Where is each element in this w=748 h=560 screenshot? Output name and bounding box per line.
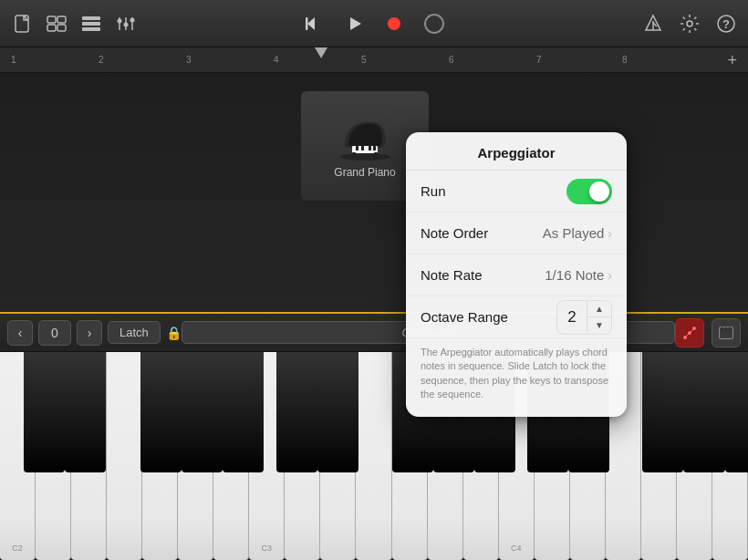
ruler-tick-8: 8 (622, 55, 628, 65)
arp-run-row: Run (406, 171, 627, 213)
svg-rect-2 (57, 16, 66, 23)
ruler-tick-7: 7 (536, 55, 542, 65)
arpeggiator-button[interactable] (675, 318, 704, 347)
svg-rect-33 (722, 327, 723, 333)
arp-note-order-value[interactable]: As Played › (543, 225, 612, 241)
arp-octave-range-row: Octave Range 2 ▲ ▼ (406, 296, 627, 338)
svg-rect-23 (356, 146, 358, 150)
black-key-as4[interactable] (725, 352, 748, 472)
svg-point-11 (118, 18, 122, 23)
add-track-button[interactable]: + (727, 50, 737, 69)
arp-run-toggle[interactable] (566, 179, 612, 204)
key-label-c3: C3 (262, 544, 273, 553)
toolbar-right: ? (642, 13, 737, 35)
svg-rect-34 (725, 327, 727, 333)
piano-card-label: Grand Piano (334, 166, 395, 179)
stepper-increment-button[interactable]: ▲ (587, 301, 611, 317)
svg-point-12 (124, 22, 129, 26)
chevron-right-icon: › (608, 226, 612, 241)
count-in-icon (424, 14, 444, 34)
octave-up-button[interactable]: › (77, 320, 102, 346)
svg-rect-7 (82, 27, 100, 31)
arp-note-order-label: Note Order (421, 225, 488, 241)
svg-rect-6 (82, 22, 100, 26)
track-area: Grand Piano (0, 73, 748, 312)
black-key-cs2[interactable] (24, 352, 65, 472)
black-key-cs3[interactable] (276, 352, 317, 472)
ruler-tick-3: 3 (186, 55, 192, 65)
svg-point-18 (687, 21, 692, 26)
stepper-decrement-button[interactable]: ▼ (587, 317, 611, 334)
chevron-right-icon-2: › (608, 268, 612, 283)
multi-view-icon[interactable] (46, 13, 68, 35)
play-button[interactable] (343, 13, 365, 35)
arpeggiator-title: Arpeggiator (406, 132, 627, 171)
svg-rect-3 (47, 25, 56, 31)
ruler-tick-1: 1 (11, 55, 16, 65)
octave-range-stepper[interactable]: 2 ▲ ▼ (556, 300, 612, 335)
latch-button[interactable]: Latch (108, 321, 161, 344)
arp-note-rate-label: Note Rate (421, 267, 483, 283)
svg-point-21 (339, 153, 390, 161)
toolbar-left (11, 13, 137, 35)
svg-rect-14 (306, 17, 308, 30)
white-key-f2[interactable] (107, 352, 142, 560)
arp-note-order-row[interactable]: Note Order As Played › (406, 213, 627, 254)
record-button[interactable] (383, 13, 405, 35)
arp-note-rate-row[interactable]: Note Rate 1/16 Note › (406, 254, 627, 296)
arp-note-order-text: As Played (543, 225, 605, 241)
ruler-inner: 1 2 3 4 5 6 7 8 + (7, 47, 741, 72)
svg-rect-4 (57, 25, 66, 31)
stepper-buttons: ▲ ▼ (587, 301, 611, 334)
piano-keyboard[interactable]: C2 C3 C4 (0, 352, 748, 560)
stepper-value-display: 2 (557, 306, 587, 328)
svg-rect-26 (373, 146, 376, 150)
lock-icon: 🔒 (166, 326, 182, 340)
metronome-icon[interactable] (642, 13, 664, 35)
svg-rect-27 (352, 152, 356, 158)
white-key-f3[interactable] (356, 352, 391, 560)
rewind-button[interactable] (303, 13, 325, 35)
key-label-c2: C2 (12, 544, 23, 553)
black-key-fs4[interactable] (642, 352, 683, 472)
transport-controls (303, 13, 445, 35)
svg-rect-28 (374, 152, 378, 158)
keyboard-controls-right (675, 318, 741, 347)
black-key-gs4[interactable] (683, 352, 724, 472)
svg-rect-25 (369, 146, 371, 150)
grand-piano-icon (336, 113, 394, 162)
mixer-icon[interactable] (115, 13, 137, 35)
black-key-ds3[interactable] (317, 352, 358, 472)
svg-rect-24 (361, 146, 364, 150)
arp-note-rate-text: 1/16 Note (545, 267, 604, 283)
list-view-icon[interactable] (80, 13, 102, 35)
playhead[interactable] (315, 47, 327, 58)
arp-run-label: Run (421, 183, 446, 199)
black-key-gs2[interactable] (182, 352, 223, 472)
black-key-ds2[interactable] (65, 352, 106, 472)
count-in-button[interactable] (423, 13, 445, 35)
arpeggiator-popup: Arpeggiator Run Note Order As Played › N… (406, 132, 627, 417)
timeline-ruler[interactable]: 1 2 3 4 5 6 7 8 + (0, 47, 748, 73)
ruler-tick-6: 6 (449, 55, 454, 65)
svg-rect-5 (82, 16, 100, 20)
black-key-fs2[interactable] (140, 352, 182, 472)
black-key-as2[interactable] (223, 352, 264, 472)
ruler-tick-4: 4 (274, 55, 279, 65)
svg-point-13 (130, 17, 135, 22)
keyboard-layout-button[interactable] (712, 318, 741, 347)
octave-down-button[interactable]: ‹ (7, 320, 33, 346)
key-label-c4: C4 (511, 544, 522, 553)
new-document-icon[interactable] (11, 13, 33, 35)
settings-icon[interactable] (679, 13, 701, 35)
octave-number-display: 0 (38, 320, 71, 346)
keyboard-controls-left: ‹ 0 › Latch 🔒 (7, 320, 182, 346)
ruler-tick-5: 5 (361, 55, 367, 65)
svg-text:?: ? (722, 17, 730, 31)
svg-rect-1 (47, 16, 56, 23)
arp-octave-range-label: Octave Range (421, 309, 508, 325)
arp-note-rate-value[interactable]: 1/16 Note › (545, 267, 612, 283)
help-icon[interactable]: ? (715, 13, 737, 35)
latch-control[interactable]: Latch 🔒 (108, 321, 182, 344)
ruler-tick-2: 2 (99, 55, 104, 65)
